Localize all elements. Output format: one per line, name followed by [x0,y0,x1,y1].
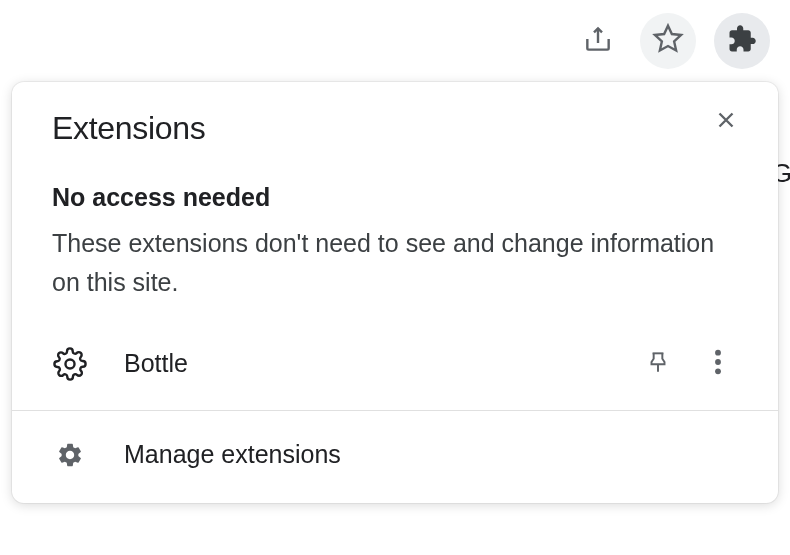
extensions-popup: Extensions No access needed These extens… [12,82,778,503]
svg-point-1 [715,349,721,355]
more-vertical-icon [714,348,722,380]
extension-row[interactable]: Bottle [12,330,778,410]
puzzle-icon [727,24,757,58]
close-icon [713,107,739,137]
share-button[interactable] [574,17,622,65]
svg-point-2 [715,359,721,365]
bookmark-button[interactable] [640,13,696,69]
section-description: These extensions don't need to see and c… [52,224,738,302]
access-section: No access needed These extensions don't … [12,183,778,302]
more-options-button[interactable] [698,344,738,384]
pin-button[interactable] [638,344,678,384]
close-button[interactable] [706,102,746,142]
popup-title: Extensions [52,110,206,147]
share-icon [582,23,614,59]
extension-name: Bottle [124,349,638,378]
gear-icon [52,437,88,473]
browser-toolbar [0,0,790,82]
svg-point-0 [65,359,74,368]
extensions-button[interactable] [714,13,770,69]
section-heading: No access needed [52,183,738,212]
extension-settings-icon [52,346,88,382]
manage-extensions-button[interactable]: Manage extensions [12,411,778,503]
manage-extensions-label: Manage extensions [124,440,341,469]
star-icon [652,23,684,59]
pin-icon [645,349,671,379]
svg-point-3 [715,368,721,374]
popup-header: Extensions [12,110,778,147]
